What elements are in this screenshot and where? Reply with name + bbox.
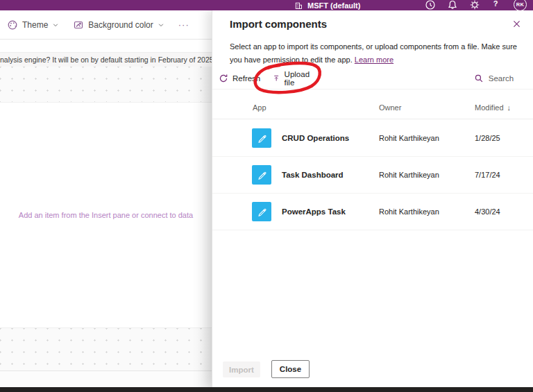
panel-description: Select an app to import its components, … — [230, 40, 520, 66]
app-owner: Rohit Karthikeyan — [379, 207, 439, 216]
refresh-button[interactable]: Refresh — [212, 68, 266, 89]
import-components-panel: Import components Select an app to impor… — [212, 10, 533, 387]
canvas-grid-top — [0, 67, 212, 102]
background-color-dropdown[interactable]: Background color — [66, 10, 171, 39]
palette-icon — [7, 19, 18, 31]
app-modified-date: 4/30/24 — [475, 207, 500, 216]
theme-label: Theme — [22, 20, 48, 30]
close-button[interactable]: Close — [271, 360, 310, 378]
apps-table-header: App Owner Modified ↓ — [212, 97, 533, 119]
background-color-label: Background color — [88, 20, 153, 30]
environment-picker[interactable]: MSFT (default) — [294, 0, 360, 10]
column-header-modified[interactable]: Modified ↓ — [475, 103, 511, 112]
column-header-app[interactable]: App — [253, 103, 266, 112]
help-icon[interactable]: ? — [490, 0, 501, 10]
import-button[interactable]: Import — [223, 361, 260, 377]
app-owner: Rohit Karthikeyan — [379, 134, 439, 142]
column-header-owner[interactable]: Owner — [379, 103, 401, 112]
search-icon — [474, 74, 484, 83]
upload-file-label: Upload file — [285, 70, 312, 87]
app-owner: Rohit Karthikeyan — [379, 171, 439, 179]
theme-dropdown[interactable]: Theme — [0, 10, 66, 39]
canvas-grid-bottom — [0, 328, 212, 371]
search-box[interactable] — [466, 74, 533, 83]
refresh-label: Refresh — [232, 74, 260, 83]
more-commands-button[interactable]: ··· — [171, 19, 196, 30]
copilot-icon[interactable] — [425, 0, 436, 10]
pencil-icon — [255, 169, 268, 181]
sort-descending-icon: ↓ — [507, 103, 511, 112]
pencil-icon — [255, 205, 268, 218]
app-name: Task Dashboard — [282, 171, 344, 179]
app-icon — [252, 128, 271, 148]
design-canvas[interactable]: Add an item from the Insert pane or conn… — [0, 67, 212, 387]
table-row[interactable]: CRUD Operations Rohit Karthikeyan 1/28/2… — [212, 120, 533, 157]
search-input[interactable] — [489, 74, 533, 83]
table-row[interactable]: PowerApps Task Rohit Karthikeyan 4/30/24 — [212, 194, 533, 230]
window-bottom-edge — [0, 387, 533, 392]
notifications-bell-icon[interactable] — [447, 0, 458, 10]
app-name: CRUD Operations — [282, 134, 349, 142]
app-modified-date: 1/28/25 — [475, 134, 500, 142]
chevron-down-icon — [158, 22, 164, 28]
building-icon — [294, 1, 303, 10]
app-icon — [252, 165, 271, 185]
app-name: PowerApps Task — [282, 207, 346, 216]
canvas-toolbar: Theme Background color ··· — [0, 10, 212, 40]
app-screen[interactable]: Add an item from the Insert pane or conn… — [0, 102, 212, 328]
panel-command-bar: Refresh Upload file — [212, 68, 533, 90]
notification-banner: nalysis engine? It will be on by default… — [0, 52, 212, 67]
top-app-bar: MSFT (default) ? RK — [0, 0, 533, 10]
banner-text: nalysis engine? It will be on by default… — [0, 56, 212, 64]
account-avatar[interactable]: RK — [514, 0, 527, 10]
settings-gear-icon[interactable] — [469, 0, 480, 10]
upload-icon — [273, 74, 280, 83]
panel-title: Import components — [230, 18, 327, 30]
app-icon — [252, 202, 271, 221]
background-color-icon — [73, 19, 84, 31]
panel-learn-more-link[interactable]: Learn more — [355, 56, 394, 64]
canvas-hint-text: Add an item from the Insert pane or conn… — [2, 211, 210, 219]
environment-label: MSFT (default) — [307, 1, 360, 10]
upload-file-button[interactable]: Upload file — [266, 68, 318, 89]
close-icon[interactable] — [509, 16, 524, 31]
refresh-icon — [219, 74, 228, 83]
table-row[interactable]: Task Dashboard Rohit Karthikeyan 7/17/24 — [212, 157, 533, 194]
chevron-down-icon — [52, 22, 59, 28]
pencil-icon — [255, 132, 268, 144]
app-modified-date: 7/17/24 — [475, 171, 500, 179]
